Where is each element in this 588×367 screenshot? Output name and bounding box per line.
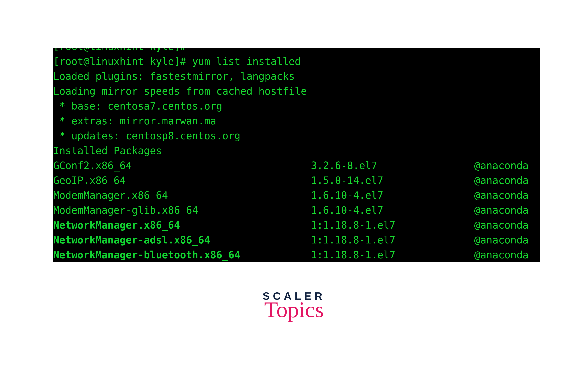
package-repo: @anaconda (474, 233, 540, 247)
terminal-prev-prompt: [root@linuxhint kyle]# (53, 48, 540, 54)
package-row: NetworkManager-bluetooth.x86_64 1:1.18.8… (53, 247, 540, 262)
terminal-window[interactable]: [root@linuxhint kyle]# [root@linuxhint k… (53, 48, 540, 262)
package-repo: @anaconda (474, 218, 540, 233)
package-version: 1.6.10-4.el7 (311, 203, 474, 218)
package-row: ModemManager-glib.x86_64 1.6.10-4.el7 @a… (53, 203, 540, 218)
package-version: 1.6.10-4.el7 (311, 188, 474, 203)
package-version: 1.5.0-14.el7 (311, 173, 474, 188)
terminal-output-line: Installed Packages (53, 143, 540, 158)
package-name: NetworkManager-adsl.x86_64 (53, 233, 311, 247)
terminal-output-line: Loading mirror speeds from cached hostfi… (53, 84, 540, 99)
package-version: 1:1.18.8-1.el7 (311, 233, 474, 247)
package-repo: @anaconda (474, 173, 540, 188)
package-name: GConf2.x86_64 (53, 158, 311, 173)
package-name: NetworkManager.x86_64 (53, 218, 311, 233)
terminal-output-line: * base: centosa7.centos.org (53, 99, 540, 114)
footer-brand: SCALER Topics (0, 290, 588, 319)
package-repo: @anaconda (474, 158, 540, 173)
shell-prompt: [root@linuxhint kyle]# (53, 54, 192, 69)
shell-command: yum list installed (192, 54, 301, 69)
package-name: ModemManager.x86_64 (53, 188, 311, 203)
package-name: GeoIP.x86_64 (53, 173, 311, 188)
package-row: GeoIP.x86_64 1.5.0-14.el7 @anaconda (53, 173, 540, 188)
canvas: [root@linuxhint kyle]# [root@linuxhint k… (0, 0, 588, 367)
terminal-output-line: * extras: mirror.marwan.ma (53, 114, 540, 128)
package-version: 1:1.18.8-1.el7 (311, 218, 474, 233)
terminal-prompt-line: [root@linuxhint kyle]# yum list installe… (53, 54, 540, 69)
package-row: NetworkManager-adsl.x86_64 1:1.18.8-1.el… (53, 233, 540, 247)
package-row: GConf2.x86_64 3.2.6-8.el7 @anaconda (53, 158, 540, 173)
package-row: NetworkManager.x86_64 1:1.18.8-1.el7 @an… (53, 218, 540, 233)
package-repo: @anaconda (474, 188, 540, 203)
terminal-output-line: Loaded plugins: fastestmirror, langpacks (53, 69, 540, 84)
package-name: NetworkManager-bluetooth.x86_64 (53, 247, 311, 262)
package-repo: @anaconda (474, 247, 540, 262)
terminal-output-line: * updates: centosp8.centos.org (53, 128, 540, 143)
package-row: ModemManager.x86_64 1.6.10-4.el7 @anacon… (53, 188, 540, 203)
brand-wordmark-bottom: Topics (0, 298, 588, 321)
package-version: 1:1.18.8-1.el7 (311, 247, 474, 262)
package-repo: @anaconda (474, 203, 540, 218)
package-version: 3.2.6-8.el7 (311, 158, 474, 173)
package-name: ModemManager-glib.x86_64 (53, 203, 311, 218)
